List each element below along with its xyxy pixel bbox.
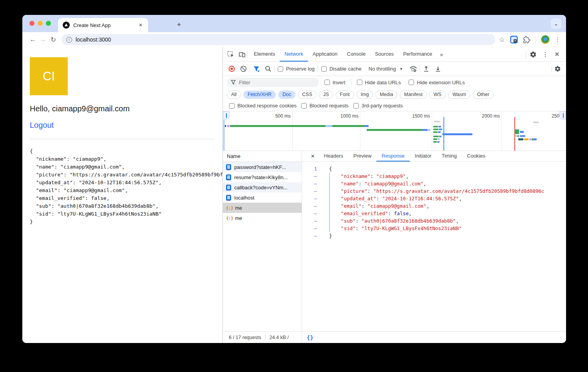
- window-zoom-button[interactable]: [46, 21, 51, 26]
- logout-link[interactable]: Logout: [30, 121, 54, 130]
- toolbar-actions: ☆ ⋮: [499, 35, 561, 44]
- type-filter-pill[interactable]: WS: [429, 91, 446, 99]
- line-number: –: [302, 225, 319, 232]
- address-bar[interactable]: i localhost:3000: [62, 34, 495, 45]
- type-filter-pill[interactable]: Wasm: [448, 91, 470, 99]
- close-request-details-icon[interactable]: ✕: [307, 153, 319, 159]
- browser-menu-icon[interactable]: ⋮: [555, 36, 561, 43]
- preserve-log-checkbox[interactable]: Preserve log: [275, 66, 317, 72]
- reload-button[interactable]: ↻: [48, 36, 58, 44]
- type-filter-pill[interactable]: Img: [356, 91, 373, 99]
- waterfall-bar: [515, 129, 519, 134]
- device-toolbar-icon[interactable]: [236, 49, 247, 60]
- code-line: – "nickname": "ciamapp9",: [302, 172, 566, 180]
- response-tab[interactable]: Response: [376, 151, 410, 162]
- type-filter-pill[interactable]: Font: [336, 91, 354, 99]
- request-row[interactable]: {:} me: [223, 213, 302, 223]
- checkbox-box[interactable]: [357, 80, 362, 85]
- type-filter-pill[interactable]: Doc: [278, 91, 295, 99]
- export-har-button[interactable]: [432, 64, 443, 74]
- checkbox-box[interactable]: [229, 103, 235, 109]
- devtools-settings-icon[interactable]: [528, 49, 539, 60]
- window-close-button[interactable]: [29, 21, 34, 26]
- search-icon[interactable]: [262, 64, 273, 74]
- record-network-log-button[interactable]: [226, 64, 237, 74]
- pretty-print-button[interactable]: {}: [307, 334, 313, 341]
- blocked-response-cookies-checkbox[interactable]: Blocked response cookies: [227, 103, 299, 109]
- new-tab-button[interactable]: +: [174, 20, 184, 29]
- checkbox-box[interactable]: [301, 103, 307, 109]
- response-tab[interactable]: Timing: [436, 151, 462, 162]
- overview-right-handle[interactable]: [559, 111, 566, 120]
- request-row[interactable]: localhost: [223, 192, 302, 203]
- tab-close-icon[interactable]: ✕: [137, 22, 144, 29]
- response-tab[interactable]: Cookies: [462, 151, 490, 162]
- type-filter-pill[interactable]: Manifest: [400, 91, 427, 99]
- type-filter-pill[interactable]: All: [227, 91, 241, 99]
- response-body-viewer[interactable]: 1 { – "nickname": "ciamapp9",: [302, 162, 566, 331]
- response-tab[interactable]: Headers: [319, 151, 348, 162]
- request-list-header[interactable]: Name: [223, 151, 302, 162]
- checkbox-box[interactable]: [353, 103, 359, 109]
- tab-search-button[interactable]: ⌄: [551, 18, 561, 29]
- overview-left-handle[interactable]: [223, 111, 230, 120]
- filter-row-divider: [351, 79, 351, 86]
- request-row[interactable]: {:} me: [223, 203, 302, 213]
- devtools-tab[interactable]: Elements: [249, 47, 280, 62]
- devtools-tab[interactable]: Console: [342, 47, 371, 62]
- site-info-icon[interactable]: i: [66, 37, 72, 43]
- bookmark-star-icon[interactable]: ☆: [499, 36, 505, 44]
- checkbox-box[interactable]: [324, 80, 330, 85]
- invert-checkbox[interactable]: Invert: [322, 80, 348, 85]
- checkbox-label: Blocked response cookies: [237, 103, 297, 109]
- devtools-tab[interactable]: Network: [280, 47, 308, 62]
- window-minimize-button[interactable]: [38, 21, 43, 26]
- filter-input[interactable]: [239, 80, 302, 85]
- type-filter-pill[interactable]: Fetch/XHR: [243, 91, 276, 99]
- type-filter-pill[interactable]: CSS: [298, 91, 317, 99]
- extensions-puzzle-icon[interactable]: [523, 36, 530, 44]
- profile-avatar[interactable]: [541, 35, 550, 44]
- more-tabs-icon[interactable]: »: [437, 51, 446, 58]
- checkbox-box[interactable]: [321, 66, 327, 72]
- devtools-tab[interactable]: Application: [308, 47, 342, 62]
- network-settings-icon[interactable]: [552, 64, 563, 74]
- waterfall-bar: [439, 129, 442, 130]
- checkbox-box[interactable]: [278, 66, 283, 72]
- disable-cache-checkbox[interactable]: Disable cache: [319, 66, 364, 72]
- filter-icon[interactable]: [251, 64, 262, 74]
- third-party-requests-checkbox[interactable]: 3rd-party requests: [351, 103, 405, 109]
- browser-tab[interactable]: Create Next App ✕: [58, 18, 148, 32]
- type-filter-pill[interactable]: Other: [473, 91, 494, 99]
- import-har-button[interactable]: [421, 64, 432, 74]
- response-tab[interactable]: Preview: [348, 151, 376, 162]
- devtools-menu-icon[interactable]: ⋮: [540, 51, 550, 58]
- request-row[interactable]: callback?code=vYNm...: [223, 182, 302, 192]
- throttling-select[interactable]: No throttling ▼: [365, 66, 407, 72]
- request-list-pane: Name password?state=hKF...: [223, 151, 302, 343]
- network-conditions-icon[interactable]: [408, 64, 419, 74]
- checkbox-box[interactable]: [409, 80, 414, 85]
- request-type-icon: [226, 164, 231, 170]
- browser-window: Create Next App ✕ + ⌄ ← → ↻ i localhost:…: [22, 15, 566, 343]
- back-button[interactable]: ←: [28, 36, 38, 44]
- devtools-tab[interactable]: Sources: [370, 47, 398, 62]
- waterfall-bar: [517, 135, 519, 137]
- blocked-requests-checkbox[interactable]: Blocked requests: [299, 103, 351, 109]
- status-divider: [265, 335, 266, 340]
- network-overview-timeline[interactable]: 500 ms1000 ms1500 ms2000 ms2500 ms: [223, 111, 566, 151]
- request-row[interactable]: resume?state=Klky8n...: [223, 172, 302, 182]
- clear-network-log-button[interactable]: [238, 64, 249, 74]
- hide-data-urls-checkbox[interactable]: Hide data URLs: [355, 80, 403, 85]
- filter-input-box[interactable]: [227, 78, 319, 87]
- request-row[interactable]: password?state=hKF...: [223, 162, 302, 172]
- password-extension-icon[interactable]: [510, 36, 518, 44]
- type-filter-pill[interactable]: JS: [319, 91, 333, 99]
- hide-extension-urls-checkbox[interactable]: Hide extension URLs: [406, 80, 467, 85]
- type-filter-pill[interactable]: Media: [375, 91, 397, 99]
- devtools-close-icon[interactable]: ✕: [552, 51, 562, 58]
- inspect-element-icon[interactable]: [225, 49, 236, 60]
- line-content: "name": "ciamapp9@gmail.com",: [319, 180, 426, 187]
- response-tab[interactable]: Initiator: [410, 151, 437, 162]
- devtools-tab[interactable]: Performance: [398, 47, 437, 62]
